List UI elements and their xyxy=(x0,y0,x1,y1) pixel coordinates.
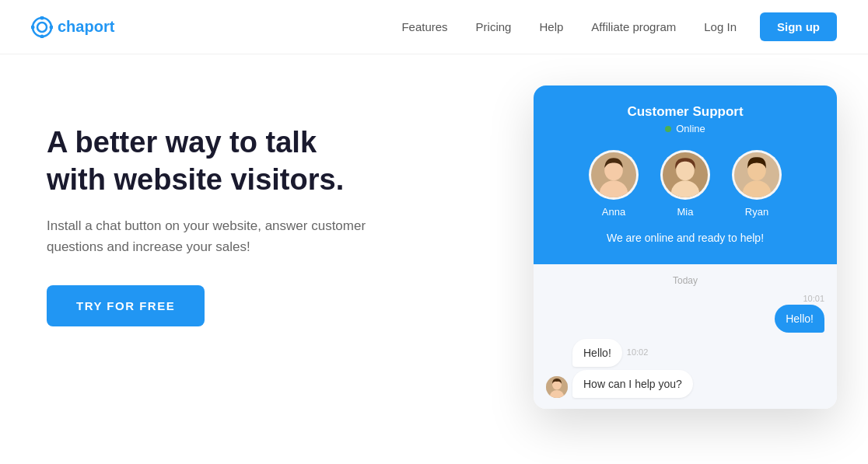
logo[interactable]: chaport xyxy=(31,16,114,38)
msg-left-1-row: Hello! 10:02 xyxy=(572,339,693,367)
msg-time-1: 10:01 xyxy=(803,294,824,303)
chat-widget-container: Customer Support Online xyxy=(534,85,837,409)
logo-text: chaport xyxy=(58,18,114,36)
chat-header: Customer Support Online xyxy=(534,85,837,264)
message-group-left: Hello! 10:02 How can I help you? xyxy=(546,339,824,398)
message-1: 10:01 Hello! xyxy=(546,294,824,333)
chat-widget: Customer Support Online xyxy=(534,85,837,409)
chat-status: Online xyxy=(549,123,821,134)
agent-anna-name: Anna xyxy=(602,206,625,218)
nav-help[interactable]: Help xyxy=(539,20,563,33)
agents-list: Anna Mia xyxy=(549,150,821,218)
agent-mia-avatar xyxy=(660,150,710,200)
nav-links: Features Pricing Help Affiliate program … xyxy=(401,20,737,34)
chat-header-title: Customer Support xyxy=(549,104,821,120)
svg-point-0 xyxy=(33,18,51,37)
agent-anna-avatar xyxy=(589,150,639,200)
agent-small-avatar xyxy=(546,376,568,398)
agent-mia: Mia xyxy=(660,150,710,218)
msg-meta-1: 10:01 Hello! xyxy=(775,294,824,333)
agent-anna: Anna xyxy=(589,150,639,218)
signup-button[interactable]: Sign up xyxy=(760,12,837,41)
nav-affiliate[interactable]: Affiliate program xyxy=(591,20,676,33)
msg-bubble-2: Hello! xyxy=(572,339,622,367)
chat-date: Today xyxy=(546,275,824,286)
svg-point-10 xyxy=(676,161,695,180)
agent-ryan: Ryan xyxy=(732,150,782,218)
nav-features[interactable]: Features xyxy=(401,20,447,33)
chat-tagline: We are online and ready to help! xyxy=(549,232,821,247)
login-button[interactable]: Log In xyxy=(704,20,737,33)
svg-point-3 xyxy=(50,25,54,29)
svg-point-4 xyxy=(40,34,44,38)
agent-mia-name: Mia xyxy=(677,206,694,218)
agent-ryan-avatar xyxy=(732,150,782,200)
status-dot-icon xyxy=(665,126,671,132)
msg-group-left-bubbles: Hello! 10:02 How can I help you? xyxy=(572,339,693,398)
agent-ryan-name: Ryan xyxy=(745,206,768,218)
hero-section: A better way to talkwith website visitor… xyxy=(0,54,868,464)
hero-heading: A better way to talkwith website visitor… xyxy=(47,124,451,198)
hero-subtext: Install a chat button on your website, a… xyxy=(47,215,373,257)
hero-left: A better way to talkwith website visitor… xyxy=(47,101,451,326)
msg-bubble-3: How can I help you? xyxy=(572,370,693,398)
try-for-free-button[interactable]: TRY FOR FREE xyxy=(47,285,205,326)
chat-messages: 10:01 Hello! xyxy=(546,294,824,398)
svg-point-1 xyxy=(37,23,47,32)
msg-bubble-1: Hello! xyxy=(775,305,824,333)
svg-point-5 xyxy=(31,25,35,29)
svg-point-2 xyxy=(40,16,44,20)
msg-time-2: 10:02 xyxy=(627,347,649,357)
nav-pricing[interactable]: Pricing xyxy=(476,20,512,33)
chat-body: Today 10:01 Hello! xyxy=(534,264,837,409)
logo-icon xyxy=(31,16,53,38)
status-label: Online xyxy=(676,123,705,134)
navbar: chaport Features Pricing Help Affiliate … xyxy=(0,0,868,54)
